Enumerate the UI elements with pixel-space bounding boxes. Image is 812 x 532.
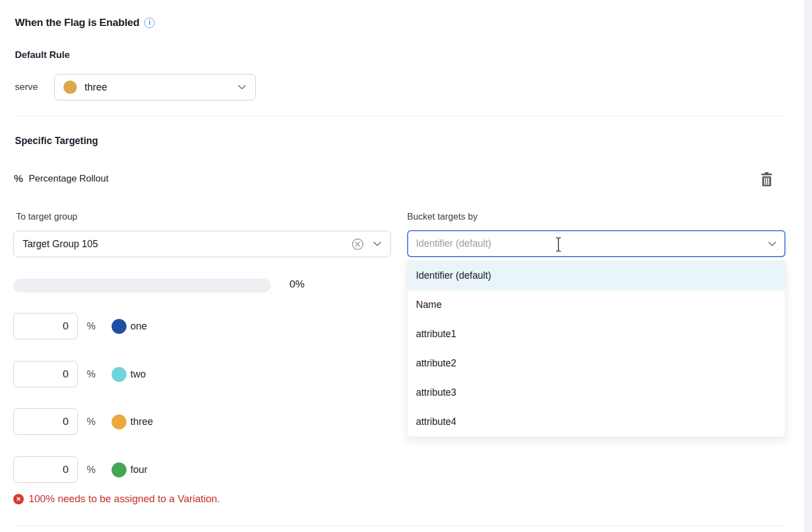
rollout-progress-bar [13,279,271,292]
delete-rollout-button[interactable] [757,170,776,190]
target-group-select[interactable]: Target Group 105 [13,231,391,257]
menu-item-attribute3[interactable]: attribute3 [408,378,785,407]
menu-item-attribute4[interactable]: attribute4 [408,407,785,437]
variation-color-dot [112,462,126,477]
serve-label: serve [15,82,54,93]
variation-color-dot [112,319,126,334]
flag-targeting-page: When the Flag is Enabled i Default Rule … [0,0,812,532]
target-group-value: Target Group 105 [23,238,351,250]
info-icon[interactable]: i [144,18,155,28]
serve-row: serve three [15,74,256,100]
variation-name: three [130,416,153,428]
page-title: When the Flag is Enabled [15,17,139,29]
percentage-rollout-header: % Percentage Rollout [14,173,109,185]
section-divider [13,525,785,526]
chevron-down-icon [238,84,246,90]
percent-sign: % [87,416,96,428]
variation-color-dot [112,367,126,382]
rollout-title: Percentage Rollout [29,173,109,184]
to-target-group-label: To target group [16,211,77,222]
serve-variation-select[interactable]: three [54,74,256,100]
variation-row-one: % one [13,313,147,339]
section-divider [13,116,785,116]
percent-sign: % [87,321,96,332]
variation-row-three: % three [13,408,153,435]
variation-percent-input[interactable] [13,408,78,435]
bucket-targets-by-input[interactable] [416,238,768,249]
variation-percent-input[interactable] [13,456,78,483]
rollout-progress-label: 0% [289,278,304,290]
menu-item-attribute2[interactable]: attribute2 [408,349,785,378]
section-header: When the Flag is Enabled i [15,17,155,29]
variation-name: one [130,321,147,332]
trash-icon [760,172,774,189]
bucket-targets-by-select[interactable] [407,230,785,257]
variation-color-dot [112,414,126,429]
chevron-down-icon[interactable] [768,241,777,247]
chevron-down-icon[interactable] [373,241,382,247]
serve-variation-value: three [85,82,238,93]
menu-item-identifier-default[interactable]: Identifier (default) [408,261,785,290]
variation-name: two [130,369,146,380]
page-background-edge [804,0,812,532]
percent-sign: % [87,369,96,380]
variation-color-dot [64,81,77,94]
specific-targeting-heading: Specific Targeting [15,135,98,147]
validation-error-text: 100% needs to be assigned to a Variation… [29,493,220,505]
bucket-targets-by-label: Bucket targets by [407,211,477,222]
percent-sign: % [87,464,96,476]
variation-name: four [130,464,147,476]
error-icon: ✕ [13,494,24,504]
variation-percent-input[interactable] [13,313,78,339]
text-cursor-icon [555,236,562,255]
percent-icon: % [14,173,23,185]
default-rule-heading: Default Rule [15,50,70,61]
menu-item-attribute1[interactable]: attribute1 [408,320,785,349]
variation-row-two: % two [13,361,146,387]
bucket-targets-dropdown-menu: Identifier (default) Name attribute1 att… [407,260,785,437]
variation-row-four: % four [13,456,147,483]
clear-selection-icon[interactable] [351,238,364,251]
menu-item-name[interactable]: Name [408,290,785,320]
validation-error: ✕ 100% needs to be assigned to a Variati… [13,493,220,505]
variation-percent-input[interactable] [13,361,78,387]
